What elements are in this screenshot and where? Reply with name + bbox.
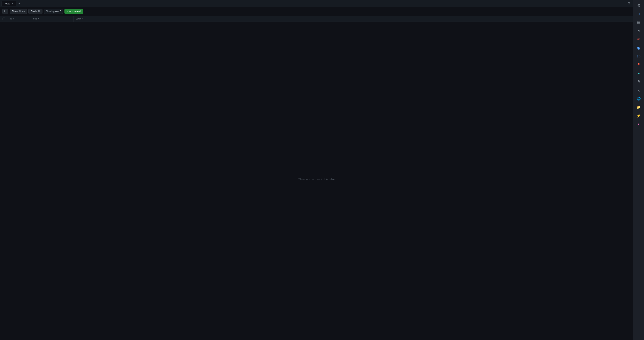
title-col-sort: A: [38, 18, 40, 20]
dock-bolt-icon[interactable]: ⚡: [635, 112, 643, 120]
settings-icon: ⚙: [628, 1, 630, 5]
tab-bar: Posts ✕ + ⚙: [0, 0, 633, 7]
dock-globe-icon[interactable]: 🌐: [635, 95, 643, 103]
empty-state: There are no rows in this table: [0, 22, 633, 337]
dock-chrome-icon[interactable]: ◉: [635, 44, 643, 52]
dock-extra-icon[interactable]: ●: [635, 120, 643, 128]
main-content: Posts ✕ + ⚙ ↻ Filters None Fields All: [0, 0, 633, 340]
fields-label: Fields: [30, 10, 37, 13]
dock-filezilla-icon[interactable]: FZ: [635, 35, 643, 43]
add-tab-button[interactable]: +: [17, 1, 22, 6]
tab-label: Posts: [4, 2, 10, 5]
data-table: id # title A body A: [0, 16, 633, 22]
fields-button[interactable]: Fields All: [28, 9, 42, 14]
settings-icon-button[interactable]: ⚙: [626, 1, 632, 6]
add-record-button[interactable]: + Add record: [64, 9, 83, 14]
dock-folder-icon[interactable]: 📁: [635, 103, 643, 111]
showing-label: Showing: [46, 10, 55, 13]
body-column-header[interactable]: body A: [73, 16, 116, 22]
dock-terminal-icon[interactable]: $_: [635, 86, 643, 94]
tab-close-button[interactable]: ✕: [11, 2, 14, 5]
id-col-type: #: [13, 18, 14, 20]
filters-button[interactable]: Filters None: [10, 9, 27, 14]
dock-notion-icon[interactable]: N: [635, 27, 643, 35]
id-col-label: id: [10, 17, 12, 20]
right-dock: ⚙ ⊞ ▤ N FZ ◉ { } 📍 ➤ 🗄 $_ 🌐 📁 ⚡ ●: [633, 0, 644, 340]
empty-message: There are no rows in this table: [298, 178, 335, 181]
checkbox-header: [0, 16, 8, 22]
body-col-sort: A: [82, 18, 84, 20]
dock-grid-icon[interactable]: ⊞: [635, 10, 643, 18]
dock-vscode-icon[interactable]: { }: [635, 52, 643, 60]
dock-maps-icon[interactable]: 📍: [635, 61, 643, 69]
table-header-row: id # title A body A: [0, 16, 633, 22]
filters-label: Filters: [12, 10, 18, 13]
posts-tab[interactable]: Posts ✕: [2, 1, 16, 6]
dock-layers-icon[interactable]: ▤: [635, 18, 643, 26]
dock-settings-icon[interactable]: ⚙: [635, 1, 643, 9]
title-column-header[interactable]: title A: [31, 16, 73, 22]
title-col-label: title: [34, 17, 37, 20]
dock-database-icon[interactable]: 🗄: [635, 78, 643, 86]
add-icon: +: [67, 10, 68, 13]
refresh-button[interactable]: ↻: [2, 9, 8, 14]
dock-arrow-icon[interactable]: ➤: [635, 69, 643, 77]
extra-col-header: [116, 16, 633, 22]
add-record-label: Add record: [69, 10, 81, 13]
filters-value: None: [19, 10, 25, 13]
select-all-checkbox[interactable]: [2, 17, 5, 20]
showing-badge: Showing 0 of 0: [44, 9, 63, 14]
table-header: id # title A body A: [0, 16, 633, 22]
body-col-label: body: [76, 17, 81, 20]
id-column-header[interactable]: id #: [8, 16, 31, 22]
showing-count: 0 of 0: [56, 10, 61, 13]
table-container: id # title A body A: [0, 16, 633, 340]
fields-value: All: [38, 10, 40, 13]
refresh-icon: ↻: [4, 9, 6, 13]
toolbar: ↻ Filters None Fields All Showing 0 of 0…: [0, 7, 633, 16]
